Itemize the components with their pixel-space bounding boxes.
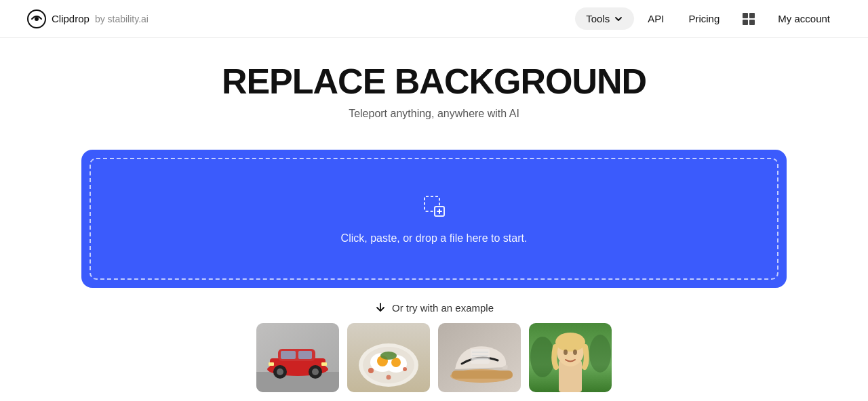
svg-point-20 <box>312 368 319 375</box>
pricing-button[interactable]: Pricing <box>677 7 730 30</box>
svg-point-46 <box>555 333 585 352</box>
nav-right: Tools API Pricing My account <box>575 6 841 32</box>
svg-rect-22 <box>321 362 327 366</box>
svg-rect-3 <box>749 13 755 18</box>
svg-rect-16 <box>298 351 312 359</box>
svg-point-18 <box>277 368 283 375</box>
chevron-down-icon <box>614 14 623 24</box>
examples-section: Or try with an example <box>0 301 868 392</box>
svg-point-30 <box>380 352 397 360</box>
svg-rect-5 <box>749 20 755 25</box>
api-button[interactable]: API <box>637 7 675 30</box>
svg-rect-4 <box>743 20 748 25</box>
svg-point-31 <box>368 368 374 373</box>
svg-rect-37 <box>471 349 490 364</box>
examples-label: Or try with an example <box>0 301 868 314</box>
tools-button[interactable]: Tools <box>575 7 634 30</box>
svg-point-47 <box>564 350 568 355</box>
hero-section: REPLACE BACKGROUND Teleport anything, an… <box>0 38 868 133</box>
example-person[interactable] <box>529 323 612 392</box>
apps-icon <box>741 12 756 26</box>
example-car[interactable] <box>256 323 339 392</box>
svg-rect-21 <box>269 362 274 366</box>
svg-point-48 <box>573 350 577 355</box>
clipdrop-logo-icon <box>27 9 46 28</box>
examples-grid <box>0 323 868 392</box>
svg-rect-2 <box>743 13 748 18</box>
page-title: REPLACE BACKGROUND <box>14 62 854 101</box>
svg-point-42 <box>530 337 555 377</box>
my-account-button[interactable]: My account <box>767 7 841 30</box>
logo-link[interactable]: Clipdrop by stability.ai <box>27 9 149 28</box>
dropzone-text: Click, paste, or drop a file here to sta… <box>341 232 528 245</box>
logo-brand-text: Clipdrop <box>52 13 90 24</box>
upload-icon <box>421 193 447 224</box>
svg-point-1 <box>35 17 39 21</box>
arrow-down-icon <box>374 301 387 314</box>
svg-point-33 <box>387 375 391 380</box>
navbar: Clipdrop by stability.ai Tools API Prici… <box>0 0 868 38</box>
example-food[interactable] <box>347 323 430 392</box>
svg-point-43 <box>589 335 611 373</box>
dropzone-wrapper: Click, paste, or drop a file here to sta… <box>81 150 787 288</box>
dropzone[interactable]: Click, paste, or drop a file here to sta… <box>90 158 778 280</box>
hero-subtitle: Teleport anything, anywhere with AI <box>14 108 854 120</box>
svg-rect-15 <box>281 351 296 359</box>
svg-rect-36 <box>452 371 513 379</box>
app-icon-button[interactable] <box>733 6 764 32</box>
svg-point-32 <box>403 367 407 371</box>
logo-by-text: by stability.ai <box>95 14 149 24</box>
example-shoe[interactable] <box>438 323 521 392</box>
